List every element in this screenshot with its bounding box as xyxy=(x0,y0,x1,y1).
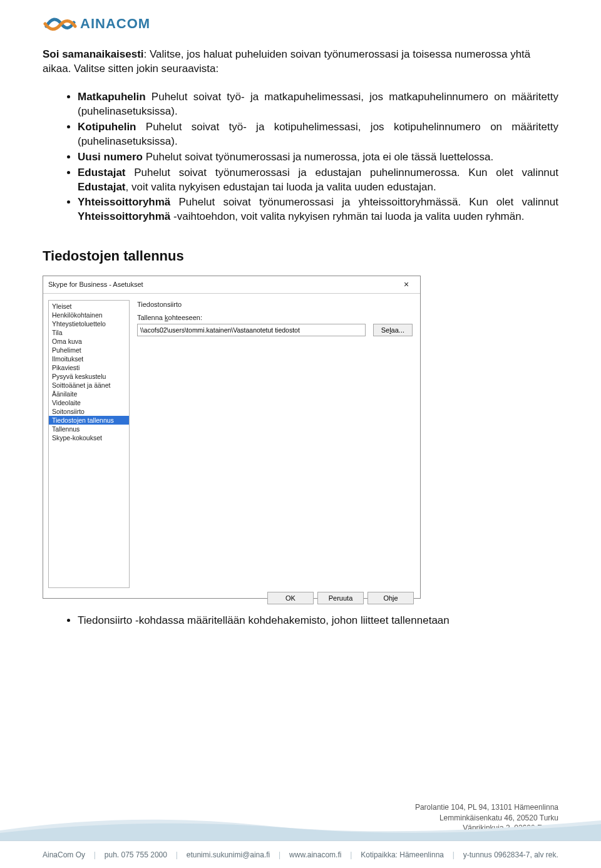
sidebar-item[interactable]: Henkilökohtainen xyxy=(49,311,129,319)
logo: AINACOM xyxy=(43,11,558,36)
sidebar-item[interactable]: Ilmoitukset xyxy=(49,354,129,363)
dialog-buttons: OK Peruuta Ohje xyxy=(43,588,420,608)
separator-icon: | xyxy=(94,850,96,859)
footer-company: AinaCom Oy xyxy=(43,850,85,859)
bullet-rest2: -vaihtoehdon, voit valita nykyisen ryhmä… xyxy=(170,210,524,222)
footer-email: etunimi.sukunimi@aina.fi xyxy=(187,850,270,859)
footer-url: www.ainacom.fi xyxy=(289,850,341,859)
sidebar-item[interactable]: Yleiset xyxy=(49,302,129,311)
cancel-button[interactable]: Peruuta xyxy=(317,592,364,604)
sidebar-item[interactable]: Äänilaite xyxy=(49,390,129,398)
logo-mark-icon xyxy=(43,11,78,36)
bullet-bold2: Yhteissoittoryhmä xyxy=(78,210,170,222)
list-item: Kotipuhelin Puhelut soivat työ- ja kotip… xyxy=(78,120,558,149)
list-item: Yhteissoittoryhmä Puhelut soivat työnume… xyxy=(78,195,558,224)
bullet-bold2: Edustajat xyxy=(78,181,126,193)
separator-icon: | xyxy=(176,850,178,859)
bullet-rest: Puhelut soivat työnumerossasi ja yhteiss… xyxy=(170,196,558,208)
separator-icon: | xyxy=(279,850,280,859)
sidebar-item[interactable]: Tila xyxy=(49,328,129,337)
sidebar-item[interactable]: Tallennus xyxy=(49,425,129,433)
sidebar-item[interactable]: Pikaviesti xyxy=(49,363,129,372)
bullet-rest: Puhelut soivat työ- ja matkapuhelimessas… xyxy=(78,91,558,117)
sidebar-item[interactable]: Puhelimet xyxy=(49,346,129,354)
help-button[interactable]: Ohje xyxy=(367,592,414,604)
brand-name: AINACOM xyxy=(80,16,150,32)
window-title: Skype for Business - Asetukset xyxy=(48,280,143,289)
intro-lead-bold: Soi samanaikaisesti xyxy=(43,48,144,60)
bullet-bold: Kotipuhelin xyxy=(78,121,136,133)
bullet-rest: Puhelut soivat työ- ja kotipuhelimessasi… xyxy=(78,121,558,147)
settings-window: Skype for Business - Asetukset × Yleiset… xyxy=(43,276,421,599)
footer-domicile: Kotipaikka: Hämeenlinna xyxy=(361,850,444,859)
window-titlebar: Skype for Business - Asetukset × xyxy=(43,276,420,294)
save-path-input[interactable] xyxy=(137,324,366,336)
bullet-bold: Edustajat xyxy=(78,167,126,178)
save-to-label: Tallenna kohteeseen: xyxy=(137,313,413,323)
list-item: Tiedonsiirto -kohdassa määritellään kohd… xyxy=(78,614,558,628)
separator-icon: | xyxy=(453,850,455,859)
browse-button[interactable]: Selaa... xyxy=(373,324,413,336)
group-title: Tiedostonsiirto xyxy=(137,300,413,309)
intro-paragraph: Soi samanaikaisesti: Valitse, jos haluat… xyxy=(43,48,558,76)
sidebar-item[interactable]: Soittoäänet ja äänet xyxy=(49,381,129,390)
after-shot-list: Tiedonsiirto -kohdassa määritellään kohd… xyxy=(43,614,558,628)
bullet-rest: Puhelut soivat työnumerossasi ja edustaj… xyxy=(126,167,558,178)
list-item: Matkapuhelin Puhelut soivat työ- ja matk… xyxy=(78,90,558,119)
footer-bar: AinaCom Oy | puh. 075 755 2000 | etunimi… xyxy=(0,840,601,868)
bullet-bold: Matkapuhelin xyxy=(78,91,146,103)
list-item: Edustajat Puhelut soivat työnumerossasi … xyxy=(78,166,558,195)
bullet-bold: Yhteissoittoryhmä xyxy=(78,196,170,208)
sidebar-item[interactable]: Videolaite xyxy=(49,398,129,407)
options-list: Matkapuhelin Puhelut soivat työ- ja matk… xyxy=(43,90,558,224)
sidebar-item[interactable]: Oma kuva xyxy=(49,337,129,346)
close-icon[interactable]: × xyxy=(398,280,415,289)
sidebar-item[interactable]: Soitonsiirto xyxy=(49,407,129,416)
sidebar-item[interactable]: Pysyvä keskustelu xyxy=(49,372,129,381)
section-heading: Tiedostojen tallennus xyxy=(43,247,558,266)
separator-icon: | xyxy=(350,850,352,859)
sidebar-item-selected[interactable]: Tiedostojen tallennus xyxy=(49,416,129,425)
footer-phone: puh. 075 755 2000 xyxy=(105,850,167,859)
footer-wave-icon xyxy=(0,805,601,840)
footer-vat: y-tunnus 0962834-7, alv rek. xyxy=(463,850,558,859)
settings-main: Tiedostonsiirto Tallenna kohteeseen: Sel… xyxy=(130,300,420,588)
sidebar-item[interactable]: Skype-kokoukset xyxy=(49,433,129,442)
ok-button[interactable]: OK xyxy=(267,592,314,604)
bullet-rest: Puhelut soivat työnumerossasi ja numeros… xyxy=(143,151,493,163)
bullet-bold: Uusi numero xyxy=(78,151,143,163)
settings-sidebar: Yleiset Henkilökohtainen Yhteystietoluet… xyxy=(48,300,130,588)
bullet-rest2: , voit valita nykyisen edustajan tai luo… xyxy=(126,181,436,193)
sidebar-item[interactable]: Yhteystietoluettelo xyxy=(49,319,129,328)
list-item: Uusi numero Puhelut soivat työnumerossas… xyxy=(78,150,558,165)
